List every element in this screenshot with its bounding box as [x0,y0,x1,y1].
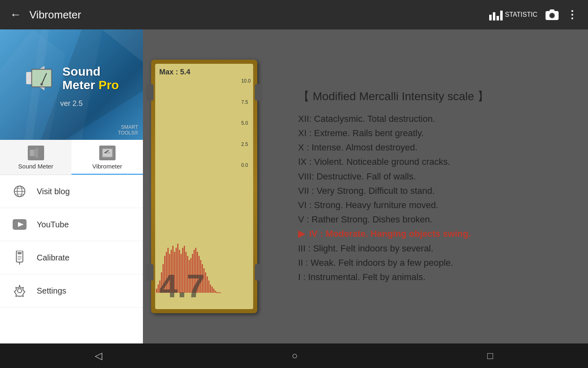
mercalli-vii: VII : Very Strong. Difficult to stand. [298,184,568,198]
vibrometer-tab-label: Vibrometer [92,163,122,170]
mercalli-ix: IX : Violent. Noticeable ground cracks. [298,155,568,169]
nav-back-button[interactable]: ◁ [95,350,102,361]
camera-icon [546,9,559,20]
mercalli-iii: III : Slight. Felt indoors by several. [298,241,568,256]
bar1 [489,15,492,20]
vibrometer-tab-icon [99,146,116,160]
sidebar: Sound Meter Pro ver 2.5 SMARTTOOLS® [0,29,143,343]
mercalli-xii: XII: Cataclysmic. Total destruction. [298,112,568,126]
banner-app-name: Sound Meter Pro [62,65,119,92]
svg-rect-67 [215,291,216,293]
svg-rect-61 [205,272,206,293]
vibrometer-instrument: Max : 5.4 10.0 7.5 5.0 2.5 0.0 [151,60,257,313]
statistic-button[interactable]: STATISTIC [489,9,537,20]
camera-body [546,11,559,20]
menu-item-settings[interactable]: Settings [0,274,143,307]
sidebar-banner: Sound Meter Pro ver 2.5 SMARTTOOLS® [0,29,143,140]
big-number-display: 4.7 [159,267,205,305]
calibrate-icon [12,250,27,265]
sidebar-tabs: Sound Meter Vibrometer [0,140,143,175]
back-button[interactable]: ← [10,8,21,21]
svg-rect-69 [218,292,219,293]
app-title: Vibrometer [29,9,489,21]
app-name-line2: Meter [62,78,95,92]
vibrometer-background: Max : 5.4 10.0 7.5 5.0 2.5 0.0 [143,29,588,343]
scale-0: 0.0 [241,162,251,168]
tab-sound-meter[interactable]: Sound Meter [0,140,71,175]
menu-item-calibrate[interactable]: Calibrate [0,241,143,274]
nav-recent-button[interactable]: □ [487,350,493,361]
mercalli-iv: ▶ IV : Moderate. Hanging objects swing. [298,227,568,241]
banner-text: Sound Meter Pro [62,65,119,92]
mercalli-vi: VI : Strong. Heavy furniture moved. [298,198,568,212]
svg-point-10 [40,83,43,85]
banner-smarttools: SMARTTOOLS® [118,124,138,136]
scale-7-5: 7.5 [241,99,251,105]
globe-icon [12,184,27,199]
svg-rect-68 [216,292,218,293]
banner-logo-area: Sound Meter Pro [24,62,119,94]
mercalli-i: I : Instrumental. Felt by animals. [298,270,568,284]
bottom-nav: ◁ ○ □ [0,343,588,368]
mercalli-iv-text: IV : Moderate. Hanging objects swing. [309,227,471,241]
instrument-screen: Max : 5.4 10.0 7.5 5.0 2.5 0.0 [155,64,253,309]
main-layout: Sound Meter Pro ver 2.5 SMARTTOOLS® [0,29,588,343]
scale-10: 10.0 [241,78,251,84]
top-bar-actions: STATISTIC ⋮ [489,9,578,21]
bar-chart-icon [489,9,503,20]
bar2 [493,12,495,20]
more-button[interactable]: ⋮ [567,9,578,21]
svg-rect-66 [213,289,214,293]
svg-rect-65 [212,287,213,293]
gear-icon [12,283,27,298]
knob-top-left [146,84,154,101]
visit-blog-label: Visit blog [37,187,70,196]
max-label: Max : 5.4 [159,68,190,76]
mercalli-ii: II : Weak. Felt indoors by a few people. [298,256,568,270]
scale-5: 5.0 [241,120,251,126]
knob-top-right [255,84,262,101]
svg-marker-12 [34,148,38,158]
mercalli-scale: 【 Modified Mercalli Intensity scale 】 XI… [278,29,588,343]
svg-rect-11 [30,150,34,156]
banner-pro: Pro [98,78,119,92]
bar3 [497,16,499,20]
tab-vibrometer[interactable]: Vibrometer [71,140,143,175]
svg-point-30 [18,289,22,293]
camera-lens [549,13,555,18]
scale-2-5: 2.5 [241,141,251,147]
mercalli-xi: XI : Extreme. Rails bent greatly. [298,126,568,140]
knob-bottom-right [255,264,262,280]
sound-meter-tab-icon [28,146,44,160]
settings-label: Settings [37,286,66,296]
svg-rect-63 [208,280,209,293]
content-area: Max : 5.4 10.0 7.5 5.0 2.5 0.0 [143,29,588,343]
svg-rect-32 [158,285,159,293]
mercalli-v: V : Rather Strong. Dishes broken. [298,212,568,227]
play-arrow-icon: ▶ [298,227,305,241]
menu-item-visit-blog[interactable]: Visit blog [0,175,143,208]
knob-bottom-left [146,264,154,280]
camera-button[interactable] [546,9,559,20]
mercalli-x: X : Intense. Almost destroyed. [298,140,568,155]
sound-meter-icon [24,62,57,94]
svg-rect-70 [220,292,221,293]
calibrate-label: Calibrate [37,253,69,263]
banner-content: Sound Meter Pro ver 2.5 [24,62,119,108]
svg-rect-64 [210,285,211,293]
youtube-icon [12,217,27,232]
nav-home-button[interactable]: ○ [292,350,298,361]
scale-right: 10.0 7.5 5.0 2.5 0.0 [241,78,251,168]
app-name-line1: Sound [62,65,100,78]
svg-rect-31 [156,289,157,293]
bar4 [500,11,503,20]
top-bar: ← Vibrometer STATISTIC ⋮ [0,0,588,29]
youtube-label: YouTube [37,220,69,229]
sound-meter-tab-label: Sound Meter [18,163,53,170]
menu-item-youtube[interactable]: YouTube [0,208,143,241]
svg-rect-25 [18,252,22,254]
mercalli-viii: VIII: Destructive. Fall of walls. [298,169,568,184]
svg-rect-62 [207,276,208,293]
mercalli-title: 【 Modified Mercalli Intensity scale 】 [298,89,568,104]
banner-version: ver 2.5 [60,99,82,108]
